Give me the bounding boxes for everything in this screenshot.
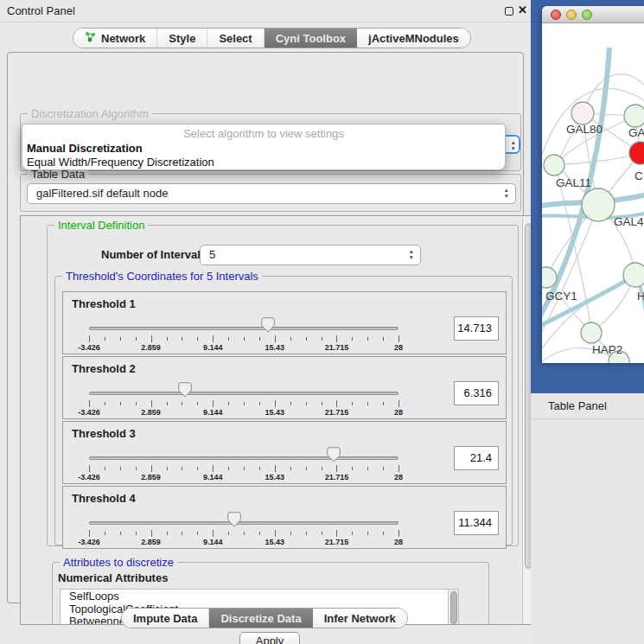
table-data-combobox[interactable]: galFiltered.sif default node ▲▼ <box>27 183 516 204</box>
thresholds-coordinates-group: Threshold's Coordinates for 5 Intervals … <box>54 276 513 545</box>
tick-mark <box>136 402 137 405</box>
attribute-list-item[interactable]: SelfLoops <box>61 590 458 603</box>
threshold-value-field[interactable]: 21.4 <box>454 446 499 470</box>
network-node-label: C <box>634 169 643 182</box>
tick-mark <box>89 465 90 472</box>
threshold-slider[interactable]: -3.4262.8599.14415.4321.71528 <box>89 422 399 485</box>
slider-ticks <box>89 530 399 537</box>
tick-label: 21.715 <box>325 473 349 481</box>
network-node[interactable] <box>582 188 615 221</box>
threshold-value-field[interactable]: 14.713 <box>454 316 499 341</box>
number-of-intervals-value: 5 <box>209 248 215 261</box>
tick-mark <box>275 465 276 472</box>
tick-mark <box>244 532 245 535</box>
slider-thumb[interactable] <box>178 382 192 398</box>
tick-label: 2.859 <box>141 343 161 352</box>
close-traffic-light-icon[interactable] <box>551 10 561 20</box>
tab-network-label: Network <box>101 32 145 45</box>
stepper-arrows-icon: ▲▼ <box>504 187 509 199</box>
tick-mark <box>228 532 229 535</box>
tick-mark <box>136 337 137 341</box>
tick-mark <box>167 532 168 535</box>
tick-mark <box>383 337 384 341</box>
zoom-traffic-light-icon[interactable] <box>582 10 592 20</box>
tick-mark <box>151 530 152 537</box>
slider-thumb[interactable] <box>227 512 241 527</box>
threshold-box-3: Threshold 3-3.4262.8599.14415.4321.71528… <box>62 421 507 484</box>
tab-select-label: Select <box>219 32 252 45</box>
tab-select[interactable]: Select <box>207 29 264 48</box>
tick-mark <box>105 402 105 405</box>
interval-definition-group-title: Interval Definition <box>54 219 148 232</box>
apply-button[interactable]: Apply <box>239 632 300 644</box>
attributes-list-scrollbar[interactable] <box>448 590 458 625</box>
tab-style[interactable]: Style <box>157 29 207 48</box>
network-canvas[interactable]: GAL80GACGAL11GAL4GCY1HHAP2 <box>542 23 644 363</box>
slider-track[interactable] <box>89 392 399 395</box>
tick-mark <box>336 465 337 472</box>
tick-label: 28 <box>394 538 403 546</box>
tick-mark <box>290 337 291 341</box>
threshold-value-field[interactable]: 6.316 <box>454 381 499 405</box>
tick-mark <box>105 532 105 535</box>
float-window-icon[interactable] <box>505 7 513 16</box>
attributes-list-scrollbar-thumb[interactable] <box>450 591 457 624</box>
tab-discretize-data[interactable]: Discretize Data <box>209 609 312 628</box>
slider-track[interactable] <box>89 327 399 330</box>
tick-mark <box>197 402 198 405</box>
tick-mark <box>399 530 399 537</box>
number-of-intervals-combobox[interactable]: 5 ▲▼ <box>200 245 421 265</box>
tick-label: 21.715 <box>325 538 349 546</box>
network-graph: GAL80GACGAL11GAL4GCY1HHAP2 <box>542 23 644 363</box>
network-icon <box>85 31 96 45</box>
network-node[interactable] <box>623 263 644 287</box>
network-node[interactable] <box>581 322 602 343</box>
tick-label: 28 <box>394 473 403 481</box>
close-icon[interactable]: ✕ <box>518 3 527 16</box>
tick-mark <box>336 400 337 407</box>
tab-jactivemnodules[interactable]: jActiveMNodules <box>357 29 470 48</box>
threshold-value-field[interactable]: 11.344 <box>454 511 499 535</box>
network-node[interactable] <box>571 102 594 124</box>
dropdown-option-manual-discretization[interactable]: Manual Discretization <box>27 142 143 155</box>
slider-track[interactable] <box>89 521 399 525</box>
network-node[interactable] <box>544 155 564 175</box>
network-node[interactable] <box>624 105 644 127</box>
window-title: Control Panel <box>7 4 75 17</box>
tab-cyni-toolbox[interactable]: Cyni Toolbox <box>265 29 357 48</box>
threshold-slider[interactable]: -3.4262.8599.14415.4321.71528 <box>89 487 399 550</box>
tick-mark <box>182 532 182 535</box>
tick-mark <box>89 400 90 407</box>
slider-ticks <box>89 335 399 342</box>
tab-network[interactable]: Network <box>73 29 157 48</box>
tick-mark <box>352 467 353 470</box>
tab-style-label: Style <box>169 32 195 45</box>
dropdown-option-equal-width-frequency[interactable]: Equal Width/Frequency Discretization <box>27 156 214 169</box>
tab-discretize-data-label: Discretize Data <box>220 612 301 625</box>
slider-thumb[interactable] <box>327 447 341 462</box>
network-node[interactable] <box>542 267 557 288</box>
tick-mark <box>213 335 214 342</box>
network-node-label: GCY1 <box>545 290 577 303</box>
tab-infer-network-label: Infer Network <box>324 612 396 625</box>
tick-mark <box>197 467 198 470</box>
network-window-titlebar[interactable] <box>542 6 644 23</box>
tick-mark <box>290 467 291 470</box>
slider-track[interactable] <box>89 456 399 460</box>
threshold-slider[interactable]: -3.4262.8599.14415.4321.71528 <box>89 292 399 355</box>
tick-mark <box>167 467 168 470</box>
tick-mark <box>228 402 229 405</box>
tick-mark <box>275 335 276 342</box>
network-node[interactable] <box>629 142 644 164</box>
slider-thumb[interactable] <box>261 317 275 333</box>
minimize-traffic-light-icon[interactable] <box>566 10 577 20</box>
threshold-slider[interactable]: -3.4262.8599.14415.4321.71528 <box>89 357 399 420</box>
tab-impute-data[interactable]: Impute Data <box>122 609 209 628</box>
threshold-box-4: Threshold 4-3.4262.8599.14415.4321.71528… <box>62 486 507 549</box>
tab-infer-network[interactable]: Infer Network <box>313 609 407 628</box>
network-node-label: GAL4 <box>614 215 644 228</box>
attributes-group-title: Attributes to discretize <box>60 556 177 569</box>
network-node-label: GAL11 <box>556 176 591 189</box>
control-panel-tabs: Network Style Select Cyni Toolbox jActiv… <box>73 28 471 48</box>
tick-label: 9.144 <box>203 473 223 481</box>
